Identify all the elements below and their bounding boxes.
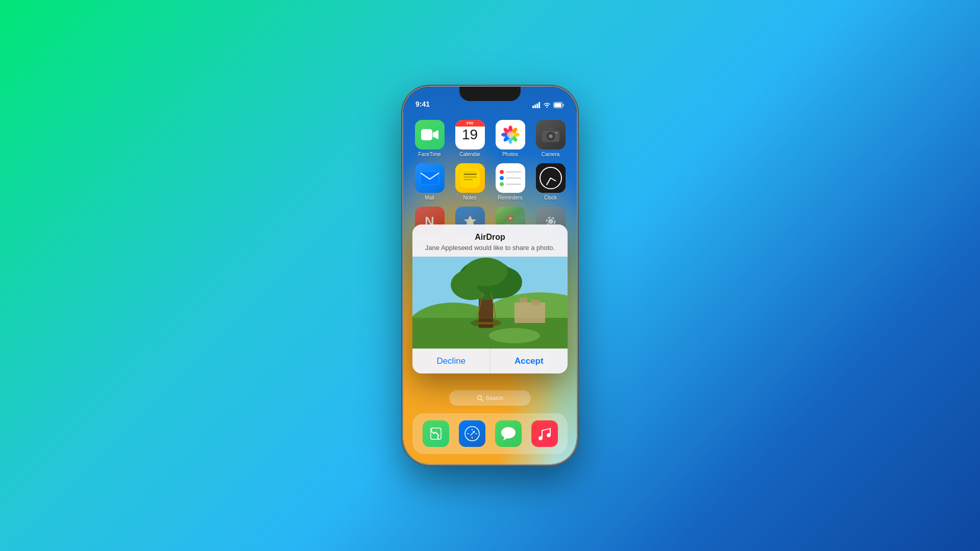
app-calendar[interactable]: FRI 19 Calendar <box>453 120 487 157</box>
svg-rect-27 <box>463 173 477 175</box>
svg-point-34 <box>548 219 553 224</box>
screen: 9:41 <box>403 87 577 464</box>
svg-rect-53 <box>520 297 527 303</box>
dock-music[interactable] <box>531 420 558 447</box>
svg-point-22 <box>549 135 552 138</box>
airdrop-accept-button[interactable]: Accept <box>491 349 568 373</box>
iphone-device: 9:41 <box>403 87 577 464</box>
app-calendar-label: Calendar <box>459 152 480 157</box>
app-clock[interactable]: Clock <box>533 163 568 201</box>
svg-rect-29 <box>463 179 473 180</box>
svg-rect-6 <box>554 103 561 107</box>
svg-rect-26 <box>460 168 480 188</box>
svg-rect-30 <box>463 171 477 172</box>
wifi-icon <box>543 102 551 108</box>
svg-rect-7 <box>421 129 432 140</box>
svg-rect-52 <box>514 303 545 323</box>
airdrop-photo-preview <box>412 257 568 348</box>
svg-rect-3 <box>538 102 540 108</box>
airdrop-subtitle: Jane Appleseed would like to share a pho… <box>421 244 559 253</box>
signal-icon <box>532 102 541 108</box>
app-camera-label: Camera <box>542 152 560 157</box>
svg-rect-2 <box>536 104 538 108</box>
status-icons <box>532 102 565 108</box>
app-photos-label: Photos <box>502 152 518 157</box>
svg-rect-0 <box>532 106 534 108</box>
calendar-day-label: FRI <box>455 120 485 127</box>
calendar-day-number: 19 <box>462 128 478 142</box>
svg-rect-1 <box>534 105 536 108</box>
svg-point-33 <box>509 217 511 219</box>
app-reminders-label: Reminders <box>498 195 522 201</box>
svg-point-17 <box>507 131 514 138</box>
notch <box>459 87 521 101</box>
app-clock-label: Clock <box>544 195 557 201</box>
svg-rect-54 <box>531 300 540 305</box>
app-photos[interactable]: Photos <box>493 120 527 157</box>
airdrop-dialog: AirDrop Jane Appleseed would like to sha… <box>412 224 568 373</box>
search-bar[interactable]: Search <box>449 390 531 406</box>
app-camera[interactable]: Camera <box>533 120 568 157</box>
dock-safari[interactable] <box>459 420 485 447</box>
svg-point-36 <box>477 395 481 399</box>
airdrop-actions: Decline Accept <box>412 348 568 373</box>
photos-icon <box>500 124 521 145</box>
search-icon <box>477 395 483 402</box>
clock-face <box>540 167 562 189</box>
status-time: 9:41 <box>415 100 430 108</box>
svg-point-56 <box>471 319 501 327</box>
airdrop-header: AirDrop Jane Appleseed would like to sha… <box>412 224 568 257</box>
airdrop-decline-button[interactable]: Decline <box>412 349 491 373</box>
search-label: Search <box>486 395 504 401</box>
dock-messages[interactable] <box>495 420 522 447</box>
dock <box>412 413 568 454</box>
app-mail[interactable]: Mail <box>412 163 447 201</box>
dock-phone[interactable] <box>423 420 449 447</box>
svg-point-55 <box>489 328 540 343</box>
app-reminders[interactable]: Reminders <box>493 163 527 201</box>
svg-rect-23 <box>555 132 557 134</box>
app-notes-label: Notes <box>463 195 476 201</box>
app-facetime[interactable]: FaceTime <box>412 120 447 157</box>
app-mail-label: Mail <box>425 195 434 201</box>
app-facetime-label: FaceTime <box>418 152 440 157</box>
battery-icon <box>553 102 565 108</box>
background: 9:41 <box>0 0 980 551</box>
app-notes[interactable]: Notes <box>453 163 487 201</box>
svg-rect-24 <box>421 171 439 185</box>
airdrop-title: AirDrop <box>421 233 559 242</box>
svg-point-48 <box>464 258 507 286</box>
svg-rect-28 <box>463 177 477 178</box>
svg-point-4 <box>546 107 547 108</box>
